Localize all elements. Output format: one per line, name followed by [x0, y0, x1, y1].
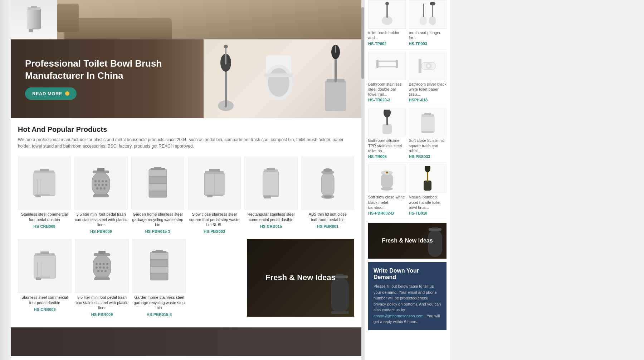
toilet-brush-set-icon	[323, 45, 348, 113]
svg-point-82	[96, 267, 98, 269]
pedal-bin-hero-icon	[23, 4, 45, 36]
svg-point-38	[96, 187, 98, 189]
fresh-new-banner[interactable]: Fresh & New Ideas	[247, 239, 354, 317]
svg-point-81	[106, 263, 108, 265]
svg-rect-102	[331, 311, 349, 314]
svg-rect-109	[432, 4, 433, 17]
hero-promo-left: Professional Toilet Bowl Brush Manufactu…	[11, 39, 204, 118]
read-more-label: READ MORE	[32, 91, 62, 96]
hero-promo-title: Professional Toilet Bowl Brush Manufactu…	[25, 58, 189, 82]
read-more-button[interactable]: READ MORE	[25, 87, 77, 100]
svg-rect-21	[40, 169, 49, 171]
product-item[interactable]: Slow close stainless steel square foot p…	[188, 157, 241, 234]
svg-rect-19	[34, 172, 55, 196]
svg-point-110	[430, 2, 435, 5]
sidebar-product[interactable]: Soft slow close white black metal bamboo…	[368, 164, 406, 215]
svg-point-34	[94, 184, 97, 186]
svg-rect-114	[396, 60, 398, 68]
product-sku[interactable]: HS-PBR009	[90, 229, 112, 234]
svg-rect-112	[376, 66, 398, 67]
sidebar-product-sku[interactable]: HS-TR020-3	[368, 98, 406, 102]
sidebar-fresh-banner[interactable]: Fresh & New Ideas	[368, 223, 447, 259]
sidebar-product[interactable]: Bathroom silver black white toilet paper…	[409, 52, 447, 102]
sidebar-product[interactable]: brush and plunger for... HS-TP003	[409, 0, 447, 46]
main-scrollbar[interactable]	[361, 0, 364, 360]
product-image	[244, 157, 297, 210]
sidebar-fresh-text: Fresh & New Ideas	[382, 237, 433, 244]
sidebar: toilet brush holder and... HS-TP002 brus…	[364, 0, 450, 360]
svg-point-31	[98, 180, 100, 182]
sidebar-product-image	[368, 0, 406, 29]
product-item[interactable]: Stainless steel commercial foot pedal du…	[18, 157, 71, 234]
product-sku[interactable]: HS-CRB009	[34, 224, 55, 229]
product-image	[301, 157, 354, 210]
product-image	[18, 239, 72, 293]
sidebar-product-sku[interactable]: HS-TP003	[409, 42, 447, 46]
svg-rect-74	[93, 255, 111, 278]
product-item[interactable]: Garden home stainless steel garbage recy…	[132, 239, 186, 317]
svg-rect-0	[27, 9, 41, 29]
product-grid-row1: Stainless steel commercial foot pedal du…	[18, 157, 354, 234]
sidebar-product[interactable]: Bathroom silicone TPR stainless steel to…	[368, 108, 406, 159]
product-sku[interactable]: HS-PBS003	[204, 229, 225, 234]
demand-email[interactable]: anson@jmhomeseason.com	[374, 314, 424, 318]
sidebar-product-sku[interactable]: HS-TP002	[368, 42, 406, 46]
sidebar-product-sku[interactable]: HS-TB018	[409, 211, 447, 215]
hero-room-bg	[57, 0, 361, 39]
svg-rect-69	[40, 251, 49, 254]
svg-point-12	[268, 68, 289, 97]
sidebar-product-desc: Soft slow close white black metal bamboo…	[368, 195, 406, 210]
sofa-shape	[64, 18, 172, 39]
hot-products-section: Hot And Popular Products We are a profes…	[11, 118, 361, 326]
sidebar-product-sku[interactable]: HSPH-018	[409, 98, 447, 102]
product-name: Stainless steel commercial foot pedal du…	[18, 295, 72, 305]
svg-rect-106	[420, 16, 427, 25]
svg-point-85	[106, 267, 108, 269]
svg-rect-113	[376, 60, 379, 68]
hot-products-title: Hot And Popular Products	[18, 125, 354, 134]
sidebar-demand-section: Write Down Your Demand Please fill out b…	[368, 262, 447, 330]
svg-rect-122	[421, 116, 435, 132]
sidebar-product[interactable]: Soft close 5L slim lid square trash can …	[409, 108, 447, 159]
hero-promo-right	[204, 39, 361, 118]
product-sku[interactable]: HS-PBR015-3	[145, 229, 170, 234]
svg-rect-42	[149, 190, 167, 197]
product-item[interactable]: 3 5 liter mini foot pedal trash can stai…	[75, 239, 129, 317]
svg-point-33	[105, 180, 107, 182]
svg-rect-23	[39, 194, 50, 196]
sidebar-product-sku[interactable]: HS-TB008	[368, 154, 406, 159]
svg-point-105	[385, 2, 389, 5]
product-item[interactable]: Stainless steel commercial foot pedal du…	[18, 239, 72, 317]
svg-point-86	[97, 270, 99, 272]
svg-point-36	[102, 184, 104, 186]
svg-rect-55	[207, 195, 213, 197]
sidebar-product-row: toilet brush holder and... HS-TP002 brus…	[368, 0, 447, 50]
product-sku[interactable]: HS-PBR015-3	[147, 312, 172, 317]
sidebar-product[interactable]: Bathroom stainless steel double bar towe…	[368, 52, 406, 102]
product-sku[interactable]: HS-CRB009	[34, 307, 55, 312]
sidebar-product[interactable]: toilet brush holder and... HS-TP002	[368, 0, 406, 46]
svg-rect-13	[264, 73, 293, 77]
svg-point-32	[102, 180, 104, 182]
sidebar-product[interactable]: Natural bamboo wood handle toilet bowl b…	[409, 164, 447, 215]
product-item[interactable]: ABS thin lid soft close bathroom pedal b…	[301, 157, 354, 234]
fresh-new-text: Fresh & New Ideas	[258, 265, 343, 290]
product-item[interactable]: Garden home stainless steel garbage recy…	[131, 157, 184, 234]
svg-point-121	[384, 110, 391, 117]
svg-rect-4	[32, 28, 39, 29]
svg-point-88	[104, 270, 107, 272]
product-item[interactable]: Rectangular stainless steel commercial p…	[244, 157, 297, 234]
sidebar-product-image	[409, 0, 447, 29]
product-sku[interactable]: HS-PBR001	[317, 224, 339, 229]
scroll-thumb[interactable]	[361, 7, 364, 79]
svg-rect-125	[421, 131, 434, 133]
product-sku[interactable]: HS-PBR009	[91, 312, 113, 317]
sidebar-product-sku[interactable]: HS-PBR002-B	[368, 211, 406, 215]
product-sku[interactable]: HS-CRB015	[260, 224, 282, 229]
demand-title: Write Down Your Demand	[374, 268, 441, 280]
svg-rect-45	[149, 169, 167, 177]
product-item[interactable]: 3 5 liter mini foot pedal trash can stai…	[74, 157, 127, 234]
sidebar-product-sku[interactable]: HS-PBS033	[409, 154, 447, 159]
sidebar-product-image	[409, 164, 447, 193]
product-image	[18, 157, 71, 210]
